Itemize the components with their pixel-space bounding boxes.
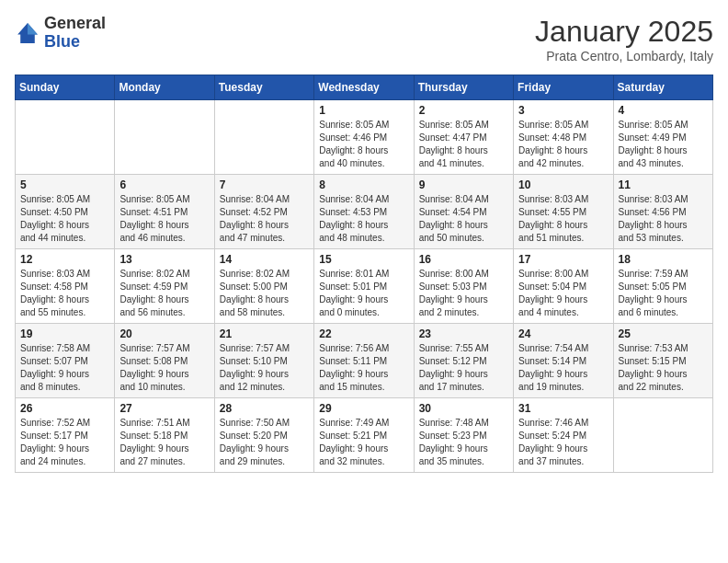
calendar-cell: 24Sunrise: 7:54 AM Sunset: 5:14 PM Dayli… [514, 324, 613, 398]
calendar-cell: 25Sunrise: 7:53 AM Sunset: 5:15 PM Dayli… [613, 324, 712, 398]
calendar-cell: 19Sunrise: 7:58 AM Sunset: 5:07 PM Dayli… [16, 324, 115, 398]
day-info: Sunrise: 8:00 AM Sunset: 5:04 PM Dayligh… [518, 268, 608, 319]
day-info: Sunrise: 8:01 AM Sunset: 5:01 PM Dayligh… [319, 268, 408, 319]
day-number: 2 [419, 104, 508, 117]
calendar-cell: 22Sunrise: 7:56 AM Sunset: 5:11 PM Dayli… [314, 324, 414, 398]
day-number: 8 [319, 178, 408, 191]
calendar-cell [16, 100, 115, 175]
calendar-cell: 21Sunrise: 7:57 AM Sunset: 5:10 PM Dayli… [214, 324, 313, 398]
day-info: Sunrise: 8:05 AM Sunset: 4:51 PM Dayligh… [119, 193, 209, 245]
logo: General Blue [15, 15, 106, 52]
day-info: Sunrise: 7:51 AM Sunset: 5:18 PM Dayligh… [119, 417, 209, 468]
day-number: 29 [319, 402, 408, 415]
calendar-cell [214, 100, 313, 175]
day-info: Sunrise: 8:05 AM Sunset: 4:49 PM Dayligh… [619, 119, 708, 170]
day-number: 11 [619, 178, 708, 191]
day-number: 4 [619, 104, 708, 117]
calendar-week-row: 1Sunrise: 8:05 AM Sunset: 4:46 PM Daylig… [16, 100, 713, 175]
day-of-week-header: Wednesday [314, 75, 414, 100]
calendar-cell: 4Sunrise: 8:05 AM Sunset: 4:49 PM Daylig… [613, 100, 712, 175]
day-info: Sunrise: 7:46 AM Sunset: 5:24 PM Dayligh… [518, 417, 608, 468]
day-info: Sunrise: 7:58 AM Sunset: 5:07 PM Dayligh… [20, 342, 109, 394]
day-number: 10 [518, 178, 608, 191]
day-number: 18 [619, 253, 708, 266]
day-info: Sunrise: 7:57 AM Sunset: 5:10 PM Dayligh… [220, 342, 309, 394]
day-number: 24 [518, 327, 608, 340]
day-info: Sunrise: 8:03 AM Sunset: 4:56 PM Dayligh… [619, 193, 708, 245]
day-number: 31 [518, 402, 608, 415]
day-info: Sunrise: 8:05 AM Sunset: 4:48 PM Dayligh… [518, 119, 608, 170]
day-of-week-header: Friday [514, 75, 613, 100]
calendar-cell: 18Sunrise: 7:59 AM Sunset: 5:05 PM Dayli… [613, 249, 712, 324]
day-of-week-header: Saturday [613, 75, 712, 100]
calendar-cell: 9Sunrise: 8:04 AM Sunset: 4:54 PM Daylig… [414, 175, 513, 249]
day-number: 7 [220, 178, 309, 191]
day-number: 16 [419, 253, 508, 266]
calendar-cell: 31Sunrise: 7:46 AM Sunset: 5:24 PM Dayli… [514, 398, 613, 473]
day-info: Sunrise: 7:52 AM Sunset: 5:17 PM Dayligh… [20, 417, 109, 468]
calendar-cell: 7Sunrise: 8:04 AM Sunset: 4:52 PM Daylig… [214, 175, 313, 249]
day-info: Sunrise: 8:03 AM Sunset: 4:55 PM Dayligh… [518, 193, 608, 245]
day-number: 21 [220, 327, 309, 340]
calendar-week-row: 19Sunrise: 7:58 AM Sunset: 5:07 PM Dayli… [16, 324, 713, 398]
day-number: 5 [20, 178, 109, 191]
day-number: 12 [20, 253, 109, 266]
day-number: 25 [619, 327, 708, 340]
day-number: 13 [119, 253, 209, 266]
calendar-cell: 26Sunrise: 7:52 AM Sunset: 5:17 PM Dayli… [16, 398, 115, 473]
day-info: Sunrise: 7:55 AM Sunset: 5:12 PM Dayligh… [419, 342, 508, 394]
calendar-cell: 2Sunrise: 8:05 AM Sunset: 4:47 PM Daylig… [414, 100, 513, 175]
day-info: Sunrise: 8:05 AM Sunset: 4:47 PM Dayligh… [419, 119, 508, 170]
calendar-cell: 12Sunrise: 8:03 AM Sunset: 4:58 PM Dayli… [16, 249, 115, 324]
location-subtitle: Prata Centro, Lombardy, Italy [535, 49, 713, 63]
calendar-cell [613, 398, 712, 473]
day-number: 26 [20, 402, 109, 415]
calendar-cell: 6Sunrise: 8:05 AM Sunset: 4:51 PM Daylig… [115, 175, 214, 249]
day-info: Sunrise: 7:54 AM Sunset: 5:14 PM Dayligh… [518, 342, 608, 394]
day-number: 30 [419, 402, 508, 415]
calendar-week-row: 12Sunrise: 8:03 AM Sunset: 4:58 PM Dayli… [16, 249, 713, 324]
calendar-cell: 20Sunrise: 7:57 AM Sunset: 5:08 PM Dayli… [115, 324, 214, 398]
day-number: 15 [319, 253, 408, 266]
day-of-week-header: Thursday [414, 75, 513, 100]
day-of-week-header: Monday [115, 75, 214, 100]
day-number: 1 [319, 104, 408, 117]
day-number: 9 [419, 178, 508, 191]
calendar-cell: 30Sunrise: 7:48 AM Sunset: 5:23 PM Dayli… [414, 398, 513, 473]
calendar-cell: 1Sunrise: 8:05 AM Sunset: 4:46 PM Daylig… [314, 100, 414, 175]
day-info: Sunrise: 7:57 AM Sunset: 5:08 PM Dayligh… [119, 342, 209, 394]
calendar-week-row: 5Sunrise: 8:05 AM Sunset: 4:50 PM Daylig… [16, 175, 713, 249]
svg-marker-1 [28, 23, 38, 34]
day-number: 6 [119, 178, 209, 191]
calendar-cell: 5Sunrise: 8:05 AM Sunset: 4:50 PM Daylig… [16, 175, 115, 249]
title-block: January 2025 Prata Centro, Lombardy, Ita… [535, 15, 713, 63]
day-info: Sunrise: 8:02 AM Sunset: 5:00 PM Dayligh… [220, 268, 309, 319]
day-info: Sunrise: 8:04 AM Sunset: 4:52 PM Dayligh… [220, 193, 309, 245]
calendar-cell: 3Sunrise: 8:05 AM Sunset: 4:48 PM Daylig… [514, 100, 613, 175]
day-of-week-header: Tuesday [214, 75, 313, 100]
day-number: 20 [119, 327, 209, 340]
calendar-cell: 14Sunrise: 8:02 AM Sunset: 5:00 PM Dayli… [214, 249, 313, 324]
day-info: Sunrise: 7:48 AM Sunset: 5:23 PM Dayligh… [419, 417, 508, 468]
day-number: 14 [220, 253, 309, 266]
day-number: 27 [119, 402, 209, 415]
day-info: Sunrise: 7:53 AM Sunset: 5:15 PM Dayligh… [619, 342, 708, 394]
day-info: Sunrise: 8:03 AM Sunset: 4:58 PM Dayligh… [20, 268, 109, 319]
day-info: Sunrise: 8:05 AM Sunset: 4:46 PM Dayligh… [319, 119, 408, 170]
calendar-cell: 27Sunrise: 7:51 AM Sunset: 5:18 PM Dayli… [115, 398, 214, 473]
calendar-cell [115, 100, 214, 175]
day-info: Sunrise: 8:04 AM Sunset: 4:53 PM Dayligh… [319, 193, 408, 245]
calendar-cell: 15Sunrise: 8:01 AM Sunset: 5:01 PM Dayli… [314, 249, 414, 324]
day-number: 22 [319, 327, 408, 340]
day-info: Sunrise: 7:50 AM Sunset: 5:20 PM Dayligh… [220, 417, 309, 468]
calendar-cell: 28Sunrise: 7:50 AM Sunset: 5:20 PM Dayli… [214, 398, 313, 473]
calendar-cell: 29Sunrise: 7:49 AM Sunset: 5:21 PM Dayli… [314, 398, 414, 473]
day-info: Sunrise: 8:05 AM Sunset: 4:50 PM Dayligh… [20, 193, 109, 245]
page-header: General Blue January 2025 Prata Centro, … [15, 15, 713, 63]
day-of-week-header: Sunday [16, 75, 115, 100]
calendar-cell: 10Sunrise: 8:03 AM Sunset: 4:55 PM Dayli… [514, 175, 613, 249]
day-info: Sunrise: 8:02 AM Sunset: 4:59 PM Dayligh… [119, 268, 209, 319]
day-info: Sunrise: 7:59 AM Sunset: 5:05 PM Dayligh… [619, 268, 708, 319]
calendar-header-row: SundayMondayTuesdayWednesdayThursdayFrid… [16, 75, 713, 100]
calendar-cell: 16Sunrise: 8:00 AM Sunset: 5:03 PM Dayli… [414, 249, 513, 324]
